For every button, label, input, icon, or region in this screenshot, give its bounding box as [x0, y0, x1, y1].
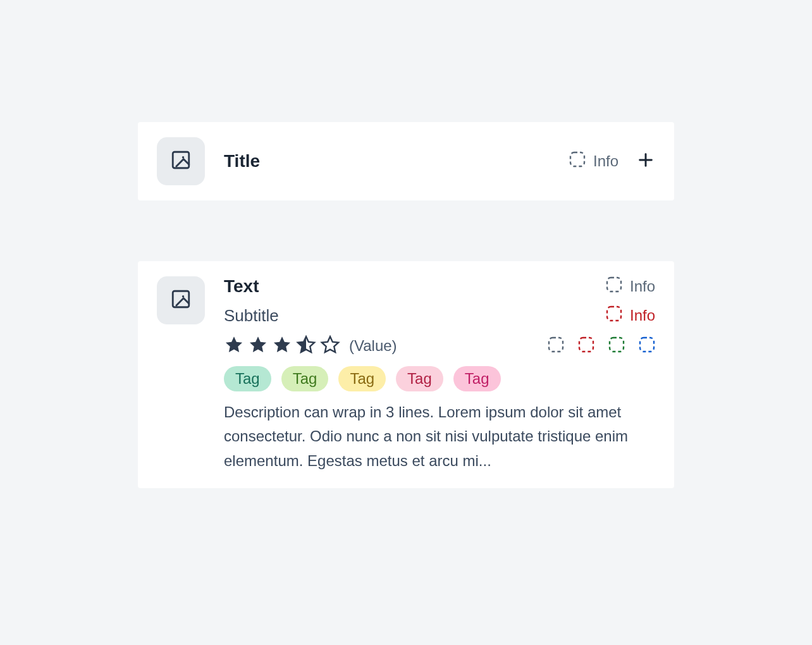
add-button[interactable] — [636, 152, 655, 171]
dashed-box-icon — [608, 336, 625, 355]
item-subtitle: Subtitle — [224, 306, 279, 326]
svg-rect-10 — [579, 338, 593, 352]
svg-rect-9 — [549, 338, 563, 352]
info-chip-primary: Info — [606, 276, 655, 297]
image-placeholder-icon — [170, 288, 192, 312]
dashed-box-icon — [606, 305, 622, 326]
rating: (Value) — [224, 335, 397, 357]
tag[interactable]: Tag — [224, 366, 271, 391]
image-placeholder-icon — [170, 149, 192, 173]
svg-rect-12 — [640, 338, 654, 352]
item-description: Description can wrap in 3 lines. Lorem i… — [224, 400, 655, 473]
dashed-box-icon — [569, 151, 586, 171]
dashed-box-icon — [548, 336, 564, 355]
info-label: Info — [630, 278, 655, 295]
tag[interactable]: Tag — [281, 366, 329, 391]
svg-point-6 — [182, 295, 184, 297]
color-indicator-strip — [548, 336, 655, 355]
thumbnail — [157, 276, 205, 324]
star-half-icon — [296, 335, 316, 357]
svg-rect-7 — [607, 278, 621, 292]
svg-rect-8 — [607, 307, 621, 321]
svg-rect-11 — [610, 338, 624, 352]
plus-icon — [637, 151, 655, 171]
info-chip: Info — [569, 151, 618, 171]
info-label: Info — [593, 152, 618, 170]
star-full-icon — [272, 335, 292, 357]
star-full-icon — [248, 335, 268, 357]
star-full-icon — [224, 335, 244, 357]
list-item-detailed[interactable]: Text Info Subtitle Info — [138, 261, 674, 488]
list-item-simple[interactable]: Title Info — [138, 122, 674, 200]
tag[interactable]: Tag — [396, 366, 443, 391]
svg-point-1 — [182, 156, 184, 158]
svg-rect-5 — [173, 291, 189, 307]
thumbnail — [157, 137, 205, 185]
item-title: Title — [224, 151, 260, 171]
tag[interactable]: Tag — [453, 366, 501, 391]
tags-row: TagTagTagTagTag — [224, 366, 655, 391]
tag[interactable]: Tag — [338, 366, 386, 391]
dashed-box-icon — [639, 336, 655, 355]
rating-value: (Value) — [349, 337, 397, 355]
dashed-box-icon — [578, 336, 594, 355]
info-label: Info — [630, 307, 655, 324]
item-title: Text — [224, 276, 259, 297]
svg-rect-0 — [173, 152, 189, 168]
svg-rect-2 — [570, 152, 584, 166]
dashed-box-icon — [606, 276, 622, 297]
star-empty-icon — [320, 335, 340, 357]
info-chip-alert: Info — [606, 305, 655, 326]
